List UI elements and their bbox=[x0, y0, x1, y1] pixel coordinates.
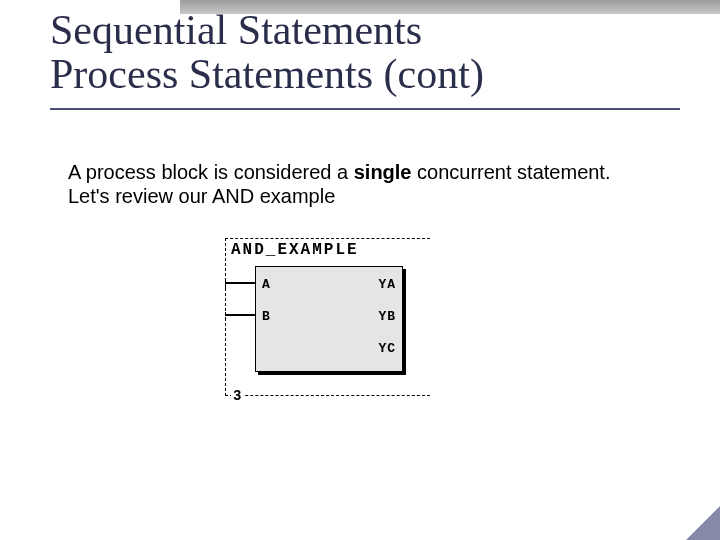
pin-label-ya: YA bbox=[378, 277, 396, 292]
slide-title: Sequential Statements Process Statements… bbox=[50, 8, 680, 96]
slide: Sequential Statements Process Statements… bbox=[0, 0, 720, 540]
pin-label-b: B bbox=[262, 309, 271, 324]
body-paragraph: A process block is considered a single c… bbox=[68, 160, 640, 208]
pin-lead-a bbox=[225, 282, 256, 284]
block-name-label: AND_EXAMPLE bbox=[231, 241, 430, 259]
title-line-1: Sequential Statements bbox=[50, 7, 422, 53]
pin-label-yb: YB bbox=[378, 309, 396, 324]
page-corner-fold-icon bbox=[686, 506, 720, 540]
diagram-border-bottom bbox=[225, 395, 430, 396]
title-underline bbox=[50, 108, 680, 110]
title-line-2: Process Statements (cont) bbox=[50, 51, 484, 97]
body-text-before: A process block is considered a bbox=[68, 161, 354, 183]
block-diagram: AND_EXAMPLE A B YA YB YC 3 bbox=[225, 238, 430, 396]
diagram-border-top bbox=[225, 238, 430, 239]
body-text-emphasis: single bbox=[354, 161, 412, 183]
instance-number: 3 bbox=[231, 388, 243, 404]
entity-box: A B YA YB YC bbox=[255, 266, 403, 372]
pin-label-yc: YC bbox=[378, 341, 396, 356]
pin-lead-b bbox=[225, 314, 256, 316]
pin-label-a: A bbox=[262, 277, 271, 292]
